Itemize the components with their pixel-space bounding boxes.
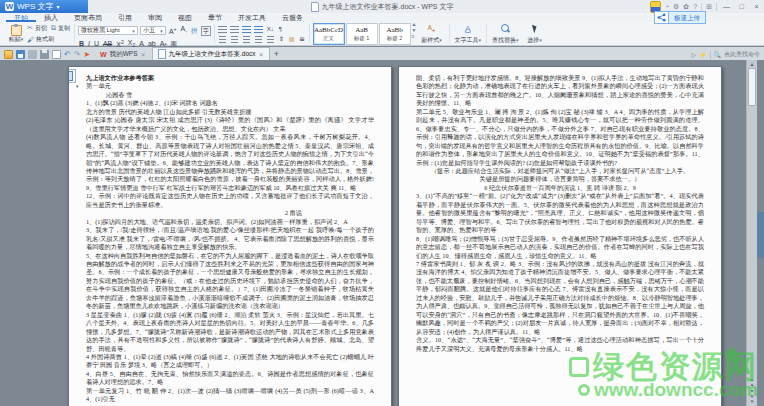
paragraph: 九上语文作业本参考答案: [86, 74, 374, 82]
select-button[interactable]: 选择▾: [521, 22, 549, 45]
menu-tab[interactable]: 引用: [110, 13, 140, 22]
menu-tab[interactable]: 审阅: [140, 13, 170, 22]
paste-options-icon: [68, 71, 73, 81]
skin-icon[interactable]: ✿: [683, 2, 689, 12]
divider: [710, 51, 711, 59]
menu-tab[interactable]: 开发工具: [230, 13, 274, 22]
paragraph: 2 雨说: [86, 209, 374, 217]
menu-tab[interactable]: 页面布局: [66, 13, 110, 22]
page-2[interactable]: 朗、柔切，有利于更好地抒发感情。8、迎接解放的细致美景 9、(1)拟人手法，生动…: [398, 66, 722, 406]
wps-app-button[interactable]: W WPS 文字 ▾: [0, 0, 88, 13]
bullet-list-icon[interactable]: [218, 26, 227, 33]
line-spacing-icon[interactable]: ⇕: [278, 34, 285, 44]
text-tool-button[interactable]: A̲ 文字工具▾: [453, 22, 484, 45]
style-preset[interactable]: AaBbCcD 正文: [313, 23, 345, 45]
ribbon-toggle-icon[interactable]: ⊞: [706, 2, 712, 12]
vertical-scrollbar[interactable]: ▲: [746, 60, 757, 406]
new-style-icon: ᴬ+: [428, 24, 436, 36]
font-name-select[interactable]: 微软雅黑 Light▾: [78, 26, 138, 35]
play-icon[interactable]: ▷: [691, 51, 696, 58]
style-gallery-scroll[interactable]: ▲▼≡: [411, 22, 418, 45]
paragraph: 第一单元: [86, 82, 374, 90]
paragraph: 3、(1)“不高的”移至“一根”前。(2)“化为”改成“成为” (3)删去“从”…: [416, 192, 704, 234]
decrease-indent-icon[interactable]: [242, 26, 251, 33]
close-tab-icon[interactable]: ✕: [141, 51, 146, 58]
tab-document[interactable]: 九年级上语文作业本答案.docx ✕: [152, 47, 270, 60]
paragraph: 12、示例：词中的评论既肯定这些历史人物在历史上的功绩，又含蓄地批评了他们长于武…: [86, 192, 374, 209]
menu-tab[interactable]: 开始: [6, 13, 36, 22]
increase-font-button[interactable]: A+: [168, 24, 178, 37]
find-replace-button[interactable]: 查找替换▾: [490, 22, 521, 45]
scroll-up-icon[interactable]: ▲: [747, 61, 757, 68]
print-preview-icon[interactable]: [52, 50, 61, 59]
open-icon[interactable]: [4, 50, 13, 59]
cloud-share-icon: [654, 11, 669, 24]
align-left-icon[interactable]: [219, 36, 226, 43]
menu-tab[interactable]: 章节: [200, 13, 230, 22]
scrollbar-thumb[interactable]: [748, 68, 756, 106]
paragraph: 4 外国诗两首 1、(1)晕 (2)逝 (3)稿 (4)噪 (5)盛 (6)逝 …: [86, 353, 374, 370]
quick-upload-button[interactable]: 极速上传: [654, 12, 706, 23]
shading-icon[interactable]: ▨: [288, 34, 296, 44]
next-page-button[interactable]: ▼▼: [750, 394, 754, 404]
export-icon[interactable]: [28, 50, 37, 59]
quick-upload-label: 极速上传: [669, 11, 706, 24]
maximize-button[interactable]: □: [736, 2, 747, 12]
format-painter-icon: 🖌: [27, 36, 34, 43]
lightning-icon[interactable]: ⚡: [699, 51, 707, 58]
sort-icon[interactable]: X↓: [266, 24, 275, 34]
send-icon[interactable]: ➤: [83, 50, 90, 59]
wps-home-icon: W: [100, 51, 107, 58]
watermark-dot-icon: [725, 348, 738, 361]
paragraph: 沁园春 雪: [86, 91, 374, 99]
numbered-list-icon[interactable]: [230, 26, 239, 33]
copy-button[interactable]: ⧉复制: [51, 24, 70, 33]
paste-button[interactable]: 粘贴▾: [5, 23, 27, 44]
document-icon: [158, 49, 166, 59]
new-style-button[interactable]: ᴬ+ 新样式▾: [418, 22, 446, 45]
paragraph: 1、(1)探访四月的大地、语气温和亲切，温柔亲切、拟声词。(2)如同油画一样厚重…: [86, 218, 374, 226]
align-justify-icon[interactable]: [255, 36, 262, 43]
paragraph: （提示：此题应结合生活实际，对老师提问可从“做法”上入手，对家长提问可从“态度”…: [416, 167, 704, 184]
paste-options-button[interactable]: [68, 69, 76, 83]
browse-object-button[interactable]: ●: [751, 388, 754, 393]
borders-icon[interactable]: ⊞: [299, 34, 306, 44]
menu-tab[interactable]: 插入: [36, 13, 66, 22]
format-painter-button[interactable]: 🖌格式刷: [27, 35, 54, 44]
previous-page-button[interactable]: ▲▲: [750, 377, 754, 387]
decrease-font-button[interactable]: A-: [179, 24, 187, 36]
style-gallery: AaBbCcD 正文 AaB 标题 1 AaBb 标题 2: [313, 22, 411, 45]
align-distribute-icon[interactable]: [267, 36, 274, 43]
tab-my-wps[interactable]: W 我的WPS ✕: [94, 47, 151, 60]
command-search-input[interactable]: 点此查找命令: [724, 50, 760, 59]
print-icon[interactable]: [40, 50, 49, 59]
align-right-icon[interactable]: [243, 36, 250, 43]
menu-tab[interactable]: 视图: [170, 13, 200, 22]
align-center-icon[interactable]: [231, 36, 238, 43]
undo-icon[interactable]: ↶: [64, 50, 71, 59]
gear-icon[interactable]: ⚙: [673, 2, 679, 12]
font-size-select[interactable]: 小五▾: [140, 26, 166, 35]
paragraph: 3 星星变奏曲 1、(1)朦 (2)胧 (3)疲 (4)寞 (5)覆 (6)僵 …: [86, 311, 374, 353]
minimize-button[interactable]: —: [721, 2, 732, 12]
page-1[interactable]: ▾ 九上语文作业本参考答案第一单元沁园春 雪1、(1)飘 (2)蒸 (3)娆 (…: [68, 66, 392, 406]
style-preset[interactable]: AaB 标题 1: [346, 23, 378, 45]
side-panel-handle[interactable]: [757, 212, 764, 258]
cut-button[interactable]: ✂剪切: [27, 24, 47, 33]
paragraph: 1、(1)飘 (2)蒸 (3)娆 (4)驰 2、(1)宋 词牌名 词题名: [86, 99, 374, 107]
character-border-button[interactable]: 字: [201, 26, 211, 36]
message-icon[interactable]: ◔: [665, 2, 669, 12]
help-icon[interactable]: ?: [693, 2, 697, 12]
increase-indent-icon[interactable]: [254, 26, 263, 33]
show-marks-icon[interactable]: ¶: [278, 24, 283, 34]
save-icon[interactable]: [16, 50, 25, 59]
style-preset[interactable]: AaBb 标题 2: [379, 23, 411, 45]
paragraph: 5、在这种向自我胜利与自信的坚如磐石，在它的不为人屈服的脚下，是浸透着血的泥土，…: [86, 252, 374, 311]
pinyin-guide-button[interactable]: 拼: [190, 26, 199, 36]
redo-icon[interactable]: ↷: [74, 50, 81, 59]
close-tab-icon[interactable]: ✕: [259, 51, 264, 58]
divider: [716, 3, 717, 11]
new-tab-button[interactable]: +: [270, 48, 283, 60]
menu-tab[interactable]: 云服务: [274, 13, 311, 22]
close-button[interactable]: ×: [751, 2, 762, 12]
